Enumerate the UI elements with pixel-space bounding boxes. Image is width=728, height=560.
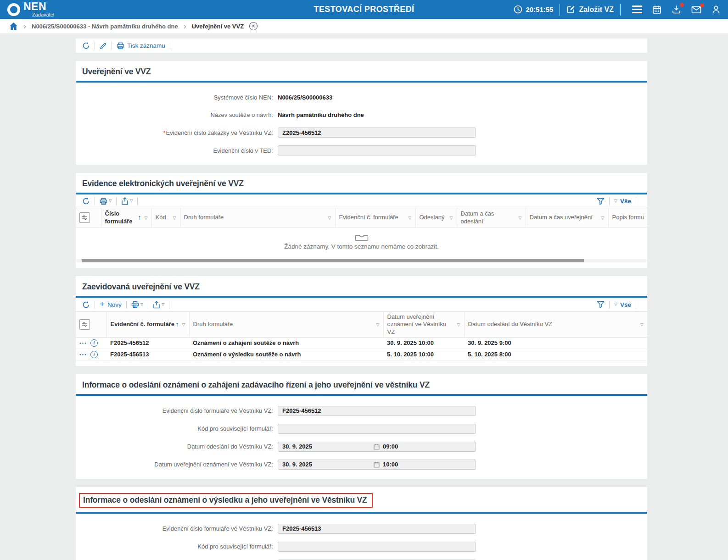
plus-icon — [100, 300, 105, 309]
column-header-form-type[interactable]: Druh formuláře — [180, 208, 335, 227]
mail-icon — [691, 6, 701, 14]
toolbar-divider — [609, 197, 610, 205]
show-all-button[interactable]: Vše — [614, 198, 631, 205]
refresh-button[interactable] — [82, 301, 90, 309]
ted-number-input[interactable] — [278, 145, 476, 155]
column-settings-header[interactable] — [76, 208, 101, 227]
column-header-form-type[interactable]: Druh formuláře — [189, 312, 383, 338]
section-title: Zaevidovaná uveřejnění ve VVZ — [76, 276, 647, 296]
scrollbar-thumb[interactable] — [82, 259, 584, 262]
sent-datetime-input[interactable]: 30. 9. 2025 09:00 — [278, 442, 476, 452]
column-filter-icon[interactable] — [517, 214, 522, 221]
column-header-sent-date[interactable]: Datum odeslání do Věstníku VZ — [464, 312, 647, 338]
print-menu-button[interactable] — [131, 301, 143, 308]
sort-ascending-icon — [174, 321, 180, 329]
create-vz-label: Založit VZ — [579, 6, 614, 14]
calendar-icon — [652, 5, 661, 14]
breadcrumb-record-link[interactable]: N006/25/S00000633 - Návrh památníku druh… — [32, 23, 178, 30]
column-filter-icon[interactable] — [143, 214, 148, 221]
contest-name-value: Návrh památníku druhého dne — [278, 111, 364, 118]
cell-published-date: 30. 9. 2025 10:00 — [383, 337, 464, 349]
column-filter-icon[interactable] — [448, 214, 453, 221]
print-menu-button[interactable] — [100, 198, 112, 205]
sent-date-value[interactable]: 30. 9. 2025 — [282, 443, 374, 450]
column-settings-header[interactable] — [76, 312, 106, 338]
nen-logo[interactable]: NEN Zadavatel — [0, 1, 54, 17]
column-settings-icon[interactable] — [79, 319, 90, 330]
section-result-notice-info: Informace o odeslání oznámení o výsledku… — [76, 487, 647, 560]
published-datetime-input[interactable]: 30. 9. 2025 10:00 — [278, 460, 476, 470]
table-row[interactable]: F2025-456512 Oznámení o zahájení soutěže… — [76, 337, 647, 349]
user-profile-button[interactable] — [711, 5, 721, 14]
column-header-evidence-number[interactable]: Evidenční č. formuláře — [106, 312, 189, 338]
column-header-sent-datetime[interactable]: Datum a čas odeslání — [457, 208, 526, 227]
form-number-label: Evidenční číslo formuláře vě Věstníku VZ… — [76, 525, 278, 532]
messages-button[interactable] — [691, 6, 701, 14]
show-all-button[interactable]: Vše — [614, 301, 631, 308]
print-record-button[interactable]: Tisk záznamu — [117, 42, 165, 50]
home-icon — [9, 22, 18, 30]
refresh-icon — [82, 42, 90, 50]
column-header-code[interactable]: Kód — [151, 208, 180, 227]
calendar-picker-icon[interactable] — [374, 444, 380, 450]
related-code-input[interactable] — [278, 424, 476, 434]
filter-button[interactable] — [597, 301, 605, 308]
registered-publications-table: Evidenční č. formuláře Druh formuláře Da… — [76, 311, 647, 360]
empty-state: Žádné záznamy. V tomto seznamu nemáme co… — [76, 227, 647, 253]
menu-button[interactable] — [632, 6, 642, 13]
export-icon — [121, 197, 129, 205]
form-number-input[interactable]: F2025-456512 — [278, 406, 476, 416]
column-filter-icon[interactable] — [407, 214, 412, 221]
row-actions-icon[interactable] — [79, 353, 87, 356]
sent-time-value[interactable]: 09:00 — [383, 443, 398, 450]
downloads-button[interactable] — [672, 5, 681, 14]
new-record-button[interactable]: Nový — [100, 300, 122, 309]
toolbar-divider — [112, 42, 112, 50]
section-electronic-evidence: Evidence elektronických uveřejnění ve VV… — [76, 173, 647, 268]
bulletin-number-input[interactable]: Z2025-456512 — [278, 128, 476, 138]
published-date-value[interactable]: 30. 9. 2025 — [282, 461, 374, 468]
sent-date-label: Datum odeslání do Věstníku VZ: — [76, 443, 278, 450]
column-header-evidence-number[interactable]: Evidenční č. formuláře — [335, 208, 415, 227]
person-icon — [711, 5, 721, 14]
column-settings-icon[interactable] — [79, 212, 90, 223]
export-menu-button[interactable] — [153, 301, 164, 309]
column-filter-icon[interactable] — [638, 321, 644, 328]
column-header-form-description[interactable]: Popis formulá — [608, 208, 647, 227]
calendar-button[interactable] — [652, 5, 661, 14]
column-header-form-number[interactable]: Číslo formuláře — [101, 208, 151, 227]
published-time-value[interactable]: 10:00 — [383, 461, 398, 468]
chevron-right-icon — [184, 22, 186, 31]
row-actions-icon[interactable] — [79, 342, 87, 344]
required-marker: * — [163, 129, 166, 136]
electronic-evidence-table: Číslo formuláře Kód Druh formuláře Evide… — [76, 208, 647, 227]
export-menu-button[interactable] — [121, 197, 133, 205]
column-filter-icon[interactable] — [180, 321, 185, 328]
column-filter-icon[interactable] — [326, 214, 331, 221]
toolbar-divider — [95, 42, 95, 50]
column-header-published-date[interactable]: Datum uveřejnění oznámení ve Věstníku VZ — [383, 312, 464, 338]
create-vz-button[interactable]: Založit VZ — [566, 5, 614, 14]
form-number-input[interactable]: F2025-456513 — [278, 524, 476, 534]
calendar-picker-icon[interactable] — [374, 461, 380, 468]
related-code-input[interactable] — [278, 542, 476, 552]
column-filter-icon[interactable] — [375, 321, 380, 328]
row-info-icon[interactable] — [90, 339, 98, 347]
filter-button[interactable] — [597, 198, 605, 205]
column-filter-icon[interactable] — [455, 321, 460, 328]
row-info-icon[interactable] — [90, 351, 98, 358]
horizontal-scrollbar[interactable] — [76, 259, 647, 262]
close-tab-icon[interactable] — [249, 22, 258, 30]
cell-sent-date: 30. 9. 2025 9:00 — [464, 337, 647, 349]
table-row[interactable]: F2025-456513 Oznámení o výsledku soutěže… — [76, 349, 647, 360]
column-header-published-datetime[interactable]: Datum a čas uveřejnění — [526, 208, 608, 227]
empty-box-icon — [355, 234, 369, 241]
column-filter-icon[interactable] — [599, 214, 605, 221]
refresh-button[interactable] — [82, 42, 90, 50]
edit-button[interactable] — [100, 42, 107, 50]
refresh-button[interactable] — [82, 197, 90, 205]
breadcrumb-current-page: Uveřejnění ve VVZ — [192, 23, 244, 30]
home-button[interactable] — [9, 22, 18, 30]
column-filter-icon[interactable] — [171, 214, 176, 221]
column-header-sent-flag[interactable]: Odeslaný — [415, 208, 457, 227]
